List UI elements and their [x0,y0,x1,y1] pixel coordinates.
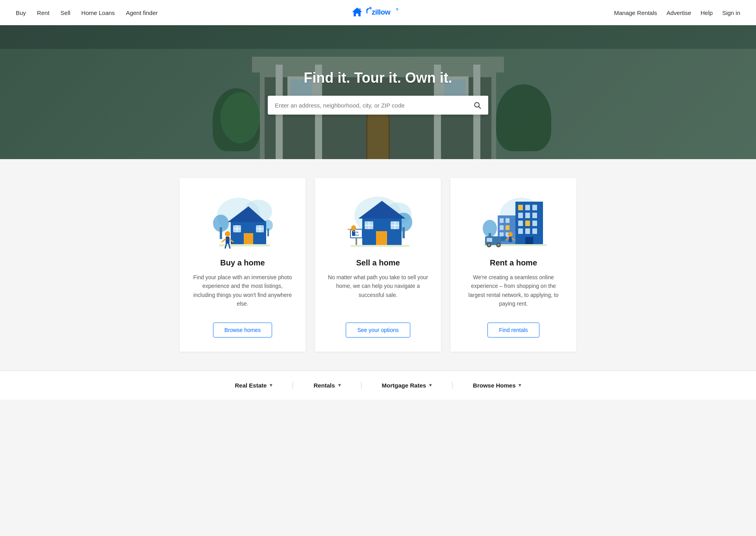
buy-home-desc: Find your place with an immersive photo … [192,273,293,308]
see-options-button[interactable]: See your options [346,323,410,338]
svg-rect-61 [525,228,530,234]
svg-point-81 [508,232,513,237]
svg-rect-63 [525,237,533,245]
footer-nav-item-mortgage-rates[interactable]: Mortgage Rates▾ [361,382,453,389]
nav-link-sign-in[interactable]: Sign in [722,9,740,16]
footer-nav-item-rentals[interactable]: Rentals▾ [293,382,361,389]
search-button[interactable] [466,96,488,115]
svg-rect-52 [525,205,530,210]
svg-rect-44 [350,245,410,247]
chevron-down-icon: ▾ [519,382,521,388]
chevron-down-icon: ▾ [270,382,272,388]
sell-home-illustration: FOR SALE [343,194,413,249]
browse-homes-button[interactable]: Browse homes [213,323,272,338]
chevron-down-icon: ▾ [338,382,341,388]
svg-rect-76 [487,238,492,242]
nav-link-home-loans[interactable]: Home Loans [82,9,115,16]
sell-home-svg: FOR SALE [343,194,413,249]
footer-nav: Real Estate▾Rentals▾Mortgage Rates▾Brows… [0,371,756,400]
sell-home-card: FOR SALE Sell a home No matter what path… [315,178,441,352]
buy-home-title: Buy a home [220,258,265,267]
buy-home-card: Buy a home Find your place with an immer… [180,178,306,352]
svg-rect-56 [532,213,537,218]
svg-rect-58 [525,221,530,226]
nav-link-buy[interactable]: Buy [16,9,26,16]
svg-text:®: ® [396,7,399,11]
nav-link-advertise[interactable]: Advertise [667,9,691,16]
rent-home-desc: We're creating a seamless online experie… [463,273,564,308]
hero-section: Find it. Tour it. Own it. [0,25,756,159]
zillow-logo-icon [351,6,363,19]
svg-rect-54 [518,213,523,218]
zillow-logo-text: zillow ® [366,5,405,20]
svg-rect-13 [244,233,253,245]
search-input[interactable] [268,96,466,114]
svg-rect-53 [532,205,537,210]
rent-home-illustration [478,194,549,249]
nav-link-rent[interactable]: Rent [37,9,50,16]
logo[interactable]: zillow ® [351,5,405,20]
nav-link-agent-finder[interactable]: Agent finder [126,9,158,16]
svg-rect-60 [518,228,523,234]
sell-home-title: Sell a home [356,258,400,267]
find-rentals-button[interactable]: Find rentals [487,323,539,338]
svg-rect-8 [220,227,222,239]
svg-point-21 [225,231,230,237]
svg-rect-22 [226,237,230,244]
navbar: BuyRentSellHome LoansAgent finder zillow… [0,0,756,25]
svg-rect-66 [506,218,510,223]
svg-rect-68 [506,225,510,230]
svg-rect-82 [509,237,512,242]
rent-home-title: Rent a home [490,258,537,267]
footer-nav-label: Rentals [313,382,335,389]
svg-point-45 [351,225,356,230]
search-icon [473,101,481,109]
sell-home-desc: No matter what path you take to sell you… [328,273,428,308]
footer-nav-label: Browse Homes [473,382,515,389]
svg-rect-57 [518,221,523,226]
svg-point-80 [497,244,500,246]
svg-line-23 [222,239,226,242]
zillow-wordmark: zillow ® [366,5,405,18]
svg-text:zillow: zillow [372,7,391,16]
hero-title: Find it. Tour it. Own it. [0,70,756,86]
nav-right: Manage RentalsAdvertiseHelpSign in [614,9,741,16]
rent-home-card: Rent a home We're creating a seamless on… [450,178,576,352]
svg-rect-30 [402,227,405,238]
chevron-down-icon: ▾ [429,382,432,388]
buy-home-svg [207,194,278,249]
svg-point-78 [488,244,490,246]
svg-rect-10 [267,228,269,236]
svg-rect-65 [500,218,504,223]
svg-rect-33 [376,231,387,246]
search-bar [268,96,488,115]
svg-rect-59 [532,221,537,226]
footer-nav-label: Real Estate [235,382,267,389]
nav-link-manage-rentals[interactable]: Manage Rentals [614,9,657,16]
svg-line-4 [479,107,481,109]
rent-home-svg [478,194,549,249]
footer-nav-item-browse-homes[interactable]: Browse Homes▾ [452,382,541,389]
svg-rect-62 [532,228,537,234]
footer-nav-label: Mortgage Rates [382,382,426,389]
footer-nav-item-real-estate[interactable]: Real Estate▾ [215,382,293,389]
svg-point-0 [358,8,361,11]
svg-rect-67 [500,225,504,230]
nav-left: BuyRentSellHome LoansAgent finder [16,9,158,16]
hero-content: Find it. Tour it. Own it. [0,70,756,115]
svg-rect-51 [518,205,523,210]
nav-link-help[interactable]: Help [700,9,713,16]
buy-home-illustration [207,194,278,249]
cards-section: Buy a home Find your place with an immer… [0,159,756,371]
svg-rect-55 [525,213,530,218]
nav-link-sell[interactable]: Sell [61,9,70,16]
